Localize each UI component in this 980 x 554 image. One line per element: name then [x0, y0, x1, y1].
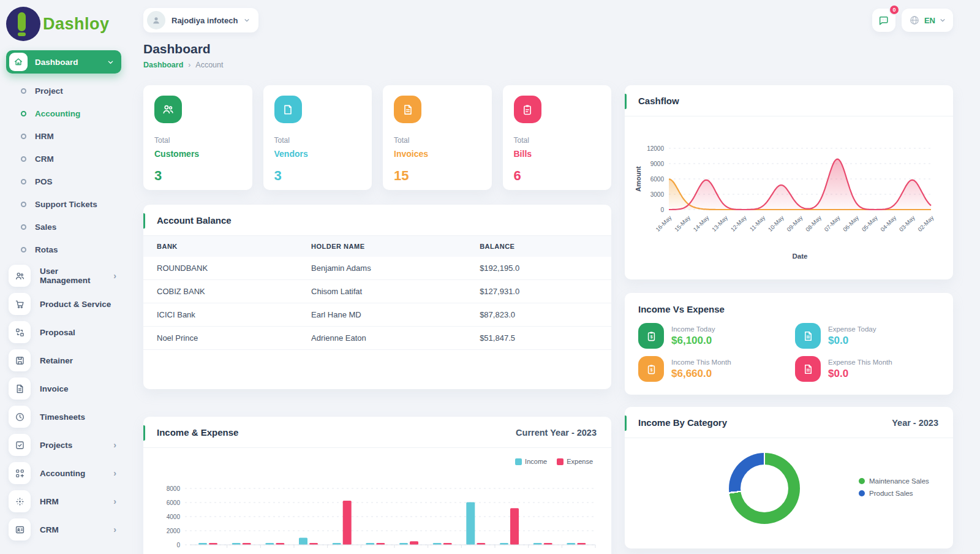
stat-label: Total [154, 136, 241, 145]
svg-text:6000: 6000 [167, 499, 181, 506]
circle-icon [21, 202, 26, 207]
right-column: Cashflow 03000600090001200016-May15-May1… [625, 85, 953, 548]
expense-icon [795, 356, 821, 382]
sidebar-item-label: Accounting [40, 469, 104, 478]
bar-chart-legend: IncomeExpense [143, 448, 611, 465]
svg-text:16-May: 16-May [654, 214, 673, 232]
chevron-right-icon: › [113, 271, 124, 281]
svg-text:0: 0 [660, 207, 664, 213]
sidebar-item-dashboard[interactable]: Dashboard [6, 50, 121, 74]
svg-text:15-May: 15-May [673, 214, 692, 232]
sidebar-subitem-sales[interactable]: Sales [6, 216, 130, 238]
table-row: ROUNDBANKBenjamin Adams$192,195.0 [143, 257, 611, 280]
panel-title: Cashflow [638, 96, 679, 106]
messages-button[interactable]: 0 [872, 9, 895, 32]
legend-item-expense[interactable]: Expense [557, 458, 593, 465]
retainer-icon [9, 349, 31, 371]
user-menu[interactable]: Rajodiya infotech [143, 8, 258, 32]
breadcrumb-dashboard[interactable]: Dashboard [143, 61, 183, 69]
stat-label: Total [514, 136, 601, 145]
chevron-right-icon: › [113, 496, 124, 506]
panel-subtitle: Year - 2023 [892, 418, 938, 428]
svg-text:Amount: Amount [635, 166, 642, 192]
sidebar-subitem-project[interactable]: Project [6, 80, 130, 102]
sidebar-subitem-support-tickets[interactable]: Support Tickets [6, 193, 130, 216]
stat-value: 15 [394, 168, 481, 184]
legend-item-product-sales[interactable]: Product Sales [859, 490, 929, 497]
left-column: TotalCustomers3TotalVendors3TotalInvoice… [143, 85, 611, 554]
legend-label: Maintenance Sales [869, 477, 929, 485]
sidebar-item-timesheets[interactable]: Timesheets [6, 406, 130, 428]
vendors-icon [274, 96, 302, 123]
sidebar-subitem-hrm[interactable]: HRM [6, 125, 130, 148]
chevron-down-icon [244, 17, 250, 23]
sidebar-subitem-pos[interactable]: POS [6, 170, 130, 193]
table-row: Noel PrinceAdrienne Eaton$51,847.5 [143, 327, 611, 350]
column-bank: BANK [143, 236, 298, 257]
account-balance-table: BANK HOLDER NAME BALANCE ROUNDBANKBenjam… [143, 236, 611, 350]
stat-value: 6 [514, 168, 601, 184]
account-balance-header: Account Balance [143, 205, 611, 235]
topbar-actions: 0 EN [872, 9, 953, 32]
language-selector[interactable]: EN [902, 9, 953, 32]
sidebar-subitem-crm[interactable]: CRM [6, 148, 130, 170]
stat-label: Total [274, 136, 361, 145]
breadcrumb-separator-icon: › [188, 61, 190, 69]
sidebar-item-crm[interactable]: CRM› [6, 518, 130, 541]
legend-label: Income [525, 458, 547, 465]
svg-text:9000: 9000 [650, 161, 665, 167]
svg-text:$: $ [650, 368, 652, 373]
accounting-icon [9, 462, 31, 484]
svg-text:06-May: 06-May [842, 214, 860, 232]
income-expense-chart-panel: Income & Expense Current Year - 2023 Inc… [143, 417, 611, 554]
sidebar-item-retainer[interactable]: Retainer [6, 349, 130, 371]
sidebar-menu: User Management›Product & ServiceProposa… [6, 265, 130, 541]
metric-label: Expense Today [828, 325, 876, 333]
sidebar-subitem-label: Support Tickets [35, 200, 97, 209]
brand-logo-icon [6, 7, 40, 41]
donut-chart-area: Maintenance SalesProduct Sales [625, 438, 953, 548]
circle-icon [21, 111, 26, 116]
expense-icon [795, 323, 821, 349]
sidebar-item-hrm[interactable]: HRM› [6, 490, 130, 512]
dashboard-content: TotalCustomers3TotalVendors3TotalInvoice… [143, 85, 953, 554]
sidebar-item-user-management[interactable]: User Management› [6, 265, 130, 287]
panel-subtitle: Current Year - 2023 [516, 428, 597, 438]
stat-value: 3 [154, 168, 241, 184]
topbar: Rajodiya infotech 0 EN [143, 7, 953, 33]
bills-icon [514, 96, 541, 123]
panel-title: Income By Category [638, 417, 727, 428]
metric-expense-today: Expense Today$0.0 [795, 323, 940, 349]
invoices-icon [394, 96, 421, 123]
sidebar-subitem-accounting[interactable]: Accounting [6, 102, 130, 125]
sidebar-item-projects[interactable]: Projects› [6, 434, 130, 456]
legend-swatch [557, 458, 564, 465]
sidebar-item-accounting[interactable]: Accounting› [6, 462, 130, 484]
page-title: Dashboard [143, 42, 953, 56]
cell-bank: ICICI Bank [143, 303, 298, 327]
user-avatar-icon [147, 11, 165, 29]
home-icon [9, 53, 28, 71]
bar-chart-svg: 02000400060008000 [149, 468, 603, 554]
sidebar-subitem-rotas[interactable]: Rotas [6, 238, 130, 261]
proposal-icon [9, 321, 31, 343]
bar-chart: 02000400060008000 [143, 465, 611, 554]
metric-income-this-month: $Income This Month$6,660.0 [638, 356, 783, 382]
legend-item-maintenance-sales[interactable]: Maintenance Sales [859, 477, 929, 485]
sidebar-item-label: Product & Service [40, 300, 124, 309]
brand-logo[interactable]: Dashloy [6, 5, 130, 43]
cell-holder: Benjamin Adams [298, 257, 466, 280]
sidebar-item-proposal[interactable]: Proposal [6, 321, 130, 343]
sidebar-item-invoice[interactable]: Invoice [6, 378, 130, 400]
stat-card-vendors: TotalVendors3 [263, 85, 372, 190]
svg-text:3000: 3000 [650, 191, 665, 198]
legend-swatch [515, 458, 522, 465]
cell-bank: Noel Prince [143, 327, 298, 350]
stat-cards: TotalCustomers3TotalVendors3TotalInvoice… [143, 85, 611, 190]
legend-dot [859, 490, 865, 496]
panel-title: Income Vs Expense [625, 293, 953, 323]
legend-item-income[interactable]: Income [515, 458, 547, 465]
circle-icon [21, 247, 26, 252]
sidebar-item-product-service[interactable]: Product & Service [6, 293, 130, 315]
sidebar-subitem-label: Accounting [35, 109, 80, 118]
